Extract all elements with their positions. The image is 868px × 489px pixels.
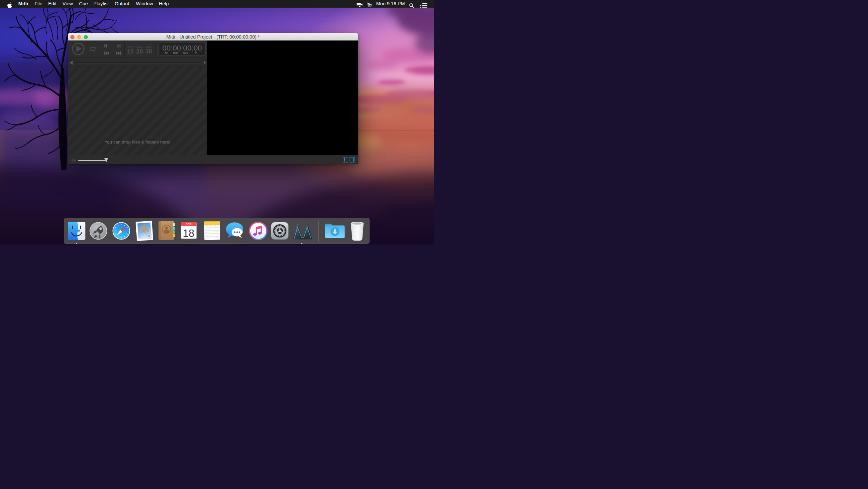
svg-text:min: min: [173, 51, 178, 55]
svg-text:SEP: SEP: [186, 223, 191, 226]
svg-text:fr: fr: [195, 51, 197, 55]
svg-text:18: 18: [183, 228, 194, 239]
svg-text:20: 20: [136, 48, 143, 55]
svg-text:10: 10: [127, 48, 133, 55]
svg-text:30: 30: [145, 48, 152, 55]
svg-text:hr: hr: [165, 51, 167, 55]
svg-text:sec: sec: [183, 51, 188, 55]
